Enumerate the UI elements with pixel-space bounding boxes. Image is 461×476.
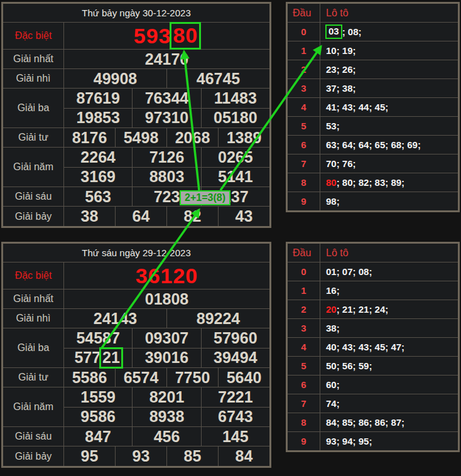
head-digit: 6 (288, 136, 320, 154)
prize-label-second: Giải nhì (3, 69, 64, 88)
prize-cell: 24170 (64, 50, 269, 68)
loto-text: 53; (320, 117, 458, 135)
loto-row-0: 0 01; 07; 08; (288, 262, 458, 281)
table-row-special: Đặc biệt 36120 (3, 262, 269, 289)
prize-cell: 49908 (64, 69, 166, 88)
loto-header-row: Đầu Lô tô (288, 244, 458, 262)
loto-row-5: 5 50; 56; 59; (288, 356, 458, 375)
loto-row-9: 9 98; (288, 192, 458, 210)
loto-table-30-12-2023: Đầu Lô tô 0 03; 08; 1 10; 19; 2 23; 26; … (286, 2, 460, 212)
prize-cell: 9586 (64, 408, 132, 427)
head-digit: 3 (288, 319, 320, 337)
prize-cell: 0265 (201, 148, 269, 167)
annotation-formula: 2+1=3(8) (180, 190, 230, 205)
head-digit: 0 (288, 23, 320, 41)
prize-cell: 6743 (201, 408, 269, 427)
loto-text: 98; (320, 192, 458, 210)
prize-cell: 1389 (218, 128, 269, 147)
loto-text: 84; 85; 86; 86; 87; (320, 413, 458, 431)
prize-label-seventh: Giải bảy (3, 446, 64, 466)
loto-text: 70; 76; (320, 154, 458, 173)
loto-values: 80; 80; 82; 83; 89; (320, 173, 458, 192)
loto-header-dau: Đầu (288, 244, 320, 262)
lottery-results-page: { "colors": { "accent_green": "#22d422",… (0, 0, 461, 476)
loto-text: 50; 56; 59; (320, 357, 458, 375)
prize-cell: 5586 (64, 368, 115, 387)
prize-label-third: Giải ba (3, 328, 64, 367)
table-row-third: Giải ba 54587 09307 57960 57721 39016 39… (3, 328, 269, 367)
result-table-29-12-2023: Thứ sáu ngày 29-12-2023 Đặc biệt 36120 G… (1, 242, 271, 468)
loto-row-3: 3 37; 38; (288, 78, 458, 97)
loto-header-loto: Lô tô (320, 4, 458, 22)
prize-cell: 7126 (132, 148, 200, 167)
date-title: Thứ bảy ngày 30-12-2023 (3, 4, 269, 22)
head-digit: 0 (288, 262, 320, 281)
loto-text: 63; 64; 64; 65; 68; 69; (320, 136, 458, 154)
prize-cell: 19853 (64, 109, 132, 128)
prize-label-fourth: Giải tư (3, 128, 64, 147)
head-digit: 8 (288, 173, 320, 192)
loto-row-3: 3 38; (288, 318, 458, 337)
special-prize-value: 36120 (64, 262, 269, 289)
loto-values: 03; 08; (320, 23, 458, 41)
head-digit: 6 (288, 376, 320, 394)
loto-row-2: 2 23; 26; (288, 60, 458, 78)
head-digit: 9 (288, 192, 320, 210)
loto-text: 74; (320, 394, 458, 413)
head-digit: 7 (288, 394, 320, 413)
loto-text: 23; 26; (320, 60, 458, 78)
loto-text: 37; 38; (320, 79, 458, 97)
prize-cell: 456 (132, 427, 200, 446)
special-number-boxed-80: 80 (170, 22, 201, 49)
prize-cell: 7221 (201, 387, 269, 407)
table-row-fifth: Giải năm 1559 8201 7221 9586 8938 6743 (3, 387, 269, 426)
prize-cell: 3169 (64, 168, 132, 187)
loto-text: 16; (320, 281, 458, 300)
prize-cell: 87619 (64, 89, 132, 108)
prize-cell: 5498 (115, 128, 166, 147)
head-digit: 9 (288, 432, 320, 450)
prize-cell-57721: 57721 (64, 349, 132, 368)
prize-cell: 1559 (64, 387, 132, 407)
prize-cell: 46745 (166, 69, 269, 88)
prize-label-sixth: Giải sáu (3, 187, 64, 206)
prize-cell: 847 (64, 427, 132, 446)
prize-cell: 8938 (132, 408, 200, 427)
head-digit: 5 (288, 357, 320, 375)
loto-text: ; 21; 21; 24; (337, 304, 389, 315)
head-digit: 1 (288, 41, 320, 60)
prize-cell: 7750 (166, 368, 218, 387)
loto-row-5: 5 53; (288, 116, 458, 135)
table-row-seventh: Giải bảy 38 64 82 43 (3, 206, 269, 226)
loto-highlight-80: 80 (326, 177, 337, 188)
prize-cell: 54587 (64, 328, 132, 348)
table-row-special: Đặc biệt 59380 (3, 22, 269, 49)
loto-header-loto: Lô tô (320, 244, 458, 262)
loto-header-dau: Đầu (288, 4, 320, 22)
special-number: 36120 (136, 264, 198, 288)
prize-cell: 8201 (132, 387, 200, 407)
loto-row-6: 6 60; (288, 375, 458, 394)
prize-cell: 82 (166, 207, 218, 226)
table-row-second: Giải nhì 49908 46745 (3, 68, 269, 88)
prize-cell: 95 (64, 446, 115, 466)
prize-cell: 09307 (132, 328, 200, 348)
special-prize-value: 59380 (64, 23, 269, 49)
loto-table-29-12-2023: Đầu Lô tô 0 01; 07; 08; 1 16; 2 20; 21; … (286, 242, 460, 452)
table-row-second: Giải nhì 24143 89224 (3, 308, 269, 328)
table-row-third: Giải ba 87619 76344 11483 19853 97310 05… (3, 88, 269, 127)
prize-cell: 39016 (132, 349, 200, 368)
prize-cell: 57960 (201, 328, 269, 348)
loto-row-8: 8 80; 80; 82; 83; 89; (288, 173, 458, 192)
prize-cell: 38 (64, 207, 115, 226)
loto-row-1: 1 16; (288, 281, 458, 300)
prize-cell: 97310 (132, 109, 200, 128)
loto-row-1: 1 10; 19; (288, 41, 458, 60)
loto-values: 20; 21; 21; 24; (320, 300, 458, 318)
table-row-first: Giải nhất 24170 (3, 49, 269, 68)
head-digit: 3 (288, 79, 320, 97)
head-digit: 4 (288, 98, 320, 116)
prize-cell: 39494 (201, 349, 269, 368)
head-digit: 1 (288, 281, 320, 300)
prize-cell: 89224 (166, 309, 269, 328)
